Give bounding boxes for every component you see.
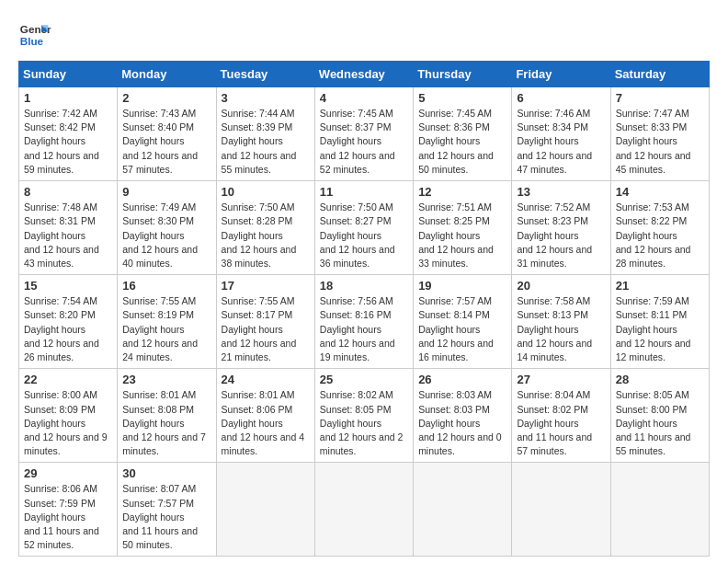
day-info: Sunrise: 7:47 AMSunset: 8:33 PMDaylight … [616,107,704,177]
day-number: 19 [418,279,506,293]
day-number: 25 [320,373,408,386]
day-number: 20 [517,279,605,293]
calendar-cell: 13Sunrise: 7:52 AMSunset: 8:23 PMDayligh… [512,181,610,275]
day-number: 29 [24,466,112,480]
weekday-saturday: Saturday [610,62,709,87]
day-info: Sunrise: 7:54 AMSunset: 8:20 PMDaylight … [24,294,112,364]
day-number: 18 [320,279,408,293]
day-number: 9 [122,185,210,199]
day-info: Sunrise: 7:49 AMSunset: 8:30 PMDaylight … [122,201,210,270]
day-info: Sunrise: 7:55 AMSunset: 8:17 PMDaylight … [222,294,310,364]
day-info: Sunrise: 7:48 AMSunset: 8:31 PMDaylight … [24,201,112,270]
calendar-cell: 18Sunrise: 7:56 AMSunset: 8:16 PMDayligh… [314,275,413,369]
calendar-week-5: 29Sunrise: 8:06 AMSunset: 7:59 PMDayligh… [19,463,710,557]
day-number: 8 [24,185,112,199]
day-info: Sunrise: 7:46 AMSunset: 8:34 PMDaylight … [517,107,605,177]
logo-icon: General Blue [18,18,51,52]
day-number: 22 [24,373,112,386]
weekday-header-row: SundayMondayTuesdayWednesdayThursdayFrid… [19,62,710,87]
calendar-cell: 20Sunrise: 7:58 AMSunset: 8:13 PMDayligh… [512,275,610,369]
calendar-cell [314,463,413,557]
day-number: 10 [222,185,310,199]
day-number: 28 [616,373,704,386]
calendar-body: 1Sunrise: 7:42 AMSunset: 8:42 PMDaylight… [19,87,710,557]
day-number: 13 [517,185,605,199]
day-info: Sunrise: 8:07 AMSunset: 7:57 PMDaylight … [122,482,210,552]
weekday-tuesday: Tuesday [216,62,314,87]
day-number: 7 [616,91,704,105]
calendar-cell [512,463,610,557]
day-info: Sunrise: 7:45 AMSunset: 8:37 PMDaylight … [320,107,408,177]
svg-text:Blue: Blue [20,35,44,47]
header: General Blue [18,18,710,52]
calendar-cell [216,463,314,557]
calendar-cell: 22Sunrise: 8:00 AMSunset: 8:09 PMDayligh… [19,369,118,463]
day-info: Sunrise: 7:56 AMSunset: 8:16 PMDaylight … [320,294,408,364]
day-info: Sunrise: 7:58 AMSunset: 8:13 PMDaylight … [517,294,605,364]
calendar-cell: 30Sunrise: 8:07 AMSunset: 7:57 PMDayligh… [118,463,216,557]
calendar-cell: 3Sunrise: 7:44 AMSunset: 8:39 PMDaylight… [216,87,314,181]
day-number: 30 [122,466,210,480]
calendar-cell: 1Sunrise: 7:42 AMSunset: 8:42 PMDaylight… [19,87,118,181]
weekday-sunday: Sunday [19,62,118,87]
calendar-week-2: 8Sunrise: 7:48 AMSunset: 8:31 PMDaylight… [19,181,710,275]
day-info: Sunrise: 8:05 AMSunset: 8:00 PMDaylight … [616,388,704,458]
calendar-cell: 17Sunrise: 7:55 AMSunset: 8:17 PMDayligh… [216,275,314,369]
calendar-cell: 23Sunrise: 8:01 AMSunset: 8:08 PMDayligh… [118,369,216,463]
calendar-cell: 12Sunrise: 7:51 AMSunset: 8:25 PMDayligh… [414,181,512,275]
calendar-cell [610,463,709,557]
day-number: 6 [517,91,605,105]
calendar-cell: 15Sunrise: 7:54 AMSunset: 8:20 PMDayligh… [19,275,118,369]
day-info: Sunrise: 7:59 AMSunset: 8:11 PMDaylight … [616,294,704,364]
day-number: 26 [418,373,506,386]
day-info: Sunrise: 7:44 AMSunset: 8:39 PMDaylight … [222,107,310,177]
day-info: Sunrise: 8:06 AMSunset: 7:59 PMDaylight … [24,482,112,552]
calendar-cell: 21Sunrise: 7:59 AMSunset: 8:11 PMDayligh… [610,275,709,369]
calendar-cell: 9Sunrise: 7:49 AMSunset: 8:30 PMDaylight… [118,181,216,275]
calendar-cell: 7Sunrise: 7:47 AMSunset: 8:33 PMDaylight… [610,87,709,181]
day-info: Sunrise: 8:00 AMSunset: 8:09 PMDaylight … [24,388,112,458]
calendar-cell: 6Sunrise: 7:46 AMSunset: 8:34 PMDaylight… [512,87,610,181]
calendar-table: SundayMondayTuesdayWednesdayThursdayFrid… [18,61,710,557]
day-number: 3 [222,91,310,105]
day-info: Sunrise: 7:53 AMSunset: 8:22 PMDaylight … [616,201,704,270]
day-info: Sunrise: 7:57 AMSunset: 8:14 PMDaylight … [418,294,506,364]
day-number: 16 [122,279,210,293]
calendar-cell: 11Sunrise: 7:50 AMSunset: 8:27 PMDayligh… [314,181,413,275]
calendar-cell: 29Sunrise: 8:06 AMSunset: 7:59 PMDayligh… [19,463,118,557]
day-number: 2 [122,91,210,105]
calendar-cell: 26Sunrise: 8:03 AMSunset: 8:03 PMDayligh… [414,369,512,463]
calendar-cell: 4Sunrise: 7:45 AMSunset: 8:37 PMDaylight… [314,87,413,181]
calendar-cell: 10Sunrise: 7:50 AMSunset: 8:28 PMDayligh… [216,181,314,275]
day-number: 11 [320,185,408,199]
calendar-cell: 24Sunrise: 8:01 AMSunset: 8:06 PMDayligh… [216,369,314,463]
day-number: 17 [222,279,310,293]
day-number: 14 [616,185,704,199]
calendar-cell: 28Sunrise: 8:05 AMSunset: 8:00 PMDayligh… [610,369,709,463]
day-info: Sunrise: 7:43 AMSunset: 8:40 PMDaylight … [122,107,210,177]
calendar-cell [414,463,512,557]
calendar-cell: 25Sunrise: 8:02 AMSunset: 8:05 PMDayligh… [314,369,413,463]
day-number: 27 [517,373,605,386]
day-number: 24 [222,373,310,386]
calendar-cell: 5Sunrise: 7:45 AMSunset: 8:36 PMDaylight… [414,87,512,181]
day-number: 1 [24,91,112,105]
logo: General Blue [18,18,51,52]
day-info: Sunrise: 7:50 AMSunset: 8:27 PMDaylight … [320,201,408,270]
weekday-monday: Monday [118,62,216,87]
day-info: Sunrise: 8:01 AMSunset: 8:08 PMDaylight … [122,388,210,458]
day-info: Sunrise: 8:03 AMSunset: 8:03 PMDaylight … [418,388,506,458]
calendar-week-1: 1Sunrise: 7:42 AMSunset: 8:42 PMDaylight… [19,87,710,181]
weekday-friday: Friday [512,62,610,87]
day-info: Sunrise: 7:50 AMSunset: 8:28 PMDaylight … [222,201,310,270]
day-number: 21 [616,279,704,293]
calendar-cell: 27Sunrise: 8:04 AMSunset: 8:02 PMDayligh… [512,369,610,463]
day-number: 15 [24,279,112,293]
day-number: 23 [122,373,210,386]
day-info: Sunrise: 8:04 AMSunset: 8:02 PMDaylight … [517,388,605,458]
day-number: 4 [320,91,408,105]
day-info: Sunrise: 8:02 AMSunset: 8:05 PMDaylight … [320,388,408,458]
day-number: 5 [418,91,506,105]
calendar-cell: 14Sunrise: 7:53 AMSunset: 8:22 PMDayligh… [610,181,709,275]
calendar-cell: 2Sunrise: 7:43 AMSunset: 8:40 PMDaylight… [118,87,216,181]
